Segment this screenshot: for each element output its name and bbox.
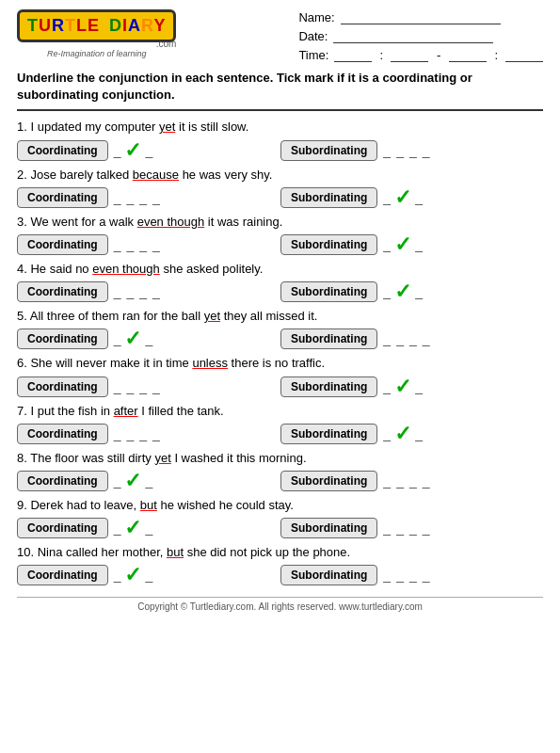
question-text-6: 6. She will never make it in time unless… [17, 355, 543, 372]
question-7: 7. I put the fish in after I filled the … [17, 403, 543, 444]
checkmark-coord-5: ✓ [124, 328, 141, 349]
dash: _ [145, 521, 152, 536]
subord-tick-area-1: ____ [381, 143, 456, 158]
answer-row-9: Coordinating_✓_Subordinating____ [17, 518, 543, 538]
answer-row-5: Coordinating_✓_Subordinating____ [17, 328, 543, 349]
question-2: 2. Jose barely talked because he was ver… [17, 167, 543, 208]
coordinating-btn-3[interactable]: Coordinating [17, 234, 108, 255]
question-5: 5. All three of them ran for the ball ye… [17, 308, 543, 349]
subord-side-1: Subordinating____ [280, 140, 456, 161]
instructions: Underline the conjunction in each senten… [17, 70, 543, 111]
dash: _ [145, 143, 152, 158]
questions-container: 1. I updated my computer yet it is still… [17, 119, 543, 585]
subordinating-btn-5[interactable]: Subordinating [280, 328, 377, 349]
dash: _ [114, 521, 121, 536]
coord-side-8: Coordinating_✓_ [17, 471, 271, 491]
date-label: Date: [298, 29, 328, 43]
dash: _ [145, 568, 152, 583]
coordinating-btn-7[interactable]: Coordinating [17, 424, 108, 444]
subordinating-btn-10[interactable]: Subordinating [280, 565, 377, 585]
coord-side-7: Coordinating____ [17, 424, 271, 444]
subord-tick-area-7: _✓_ [381, 424, 456, 444]
answer-row-4: Coordinating____Subordinating_✓_ [17, 281, 543, 302]
coordinating-btn-8[interactable]: Coordinating [17, 471, 108, 491]
coordinating-btn-1[interactable]: Coordinating [17, 140, 108, 161]
answer-row-1: Coordinating_✓_Subordinating____ [17, 140, 543, 161]
header: TURTLE DIARY .com Re-Imagination of lear… [17, 9, 543, 62]
question-text-2: 2. Jose barely talked because he was ver… [17, 167, 543, 184]
time-colon1: : [379, 48, 383, 62]
subord-side-10: Subordinating____ [280, 565, 456, 585]
checkmark-coord-1: ✓ [124, 140, 141, 161]
date-row: Date: [298, 28, 543, 43]
coordinating-btn-2[interactable]: Coordinating [17, 187, 108, 208]
time-hour [334, 47, 372, 62]
coordinating-btn-5[interactable]: Coordinating [17, 328, 108, 349]
checkmark-coord-9: ✓ [124, 518, 141, 538]
question-1: 1. I updated my computer yet it is still… [17, 119, 543, 160]
subordinating-btn-6[interactable]: Subordinating [280, 376, 377, 397]
coord-side-5: Coordinating_✓_ [17, 328, 271, 349]
coordinating-btn-4[interactable]: Coordinating [17, 281, 108, 302]
subord-tick-area-10: ____ [381, 568, 456, 583]
subordinating-btn-9[interactable]: Subordinating [280, 518, 377, 538]
coordinating-btn-6[interactable]: Coordinating [17, 376, 108, 397]
answer-row-3: Coordinating____Subordinating_✓_ [17, 234, 543, 255]
coord-tick-area-9: _✓_ [112, 518, 187, 538]
subord-tick-area-3: _✓_ [381, 234, 456, 255]
coordinating-btn-9[interactable]: Coordinating [17, 518, 108, 538]
question-text-1: 1. I updated my computer yet it is still… [17, 119, 543, 136]
page: TURTLE DIARY .com Re-Imagination of lear… [0, 0, 560, 631]
subordinating-btn-2[interactable]: Subordinating [280, 187, 377, 208]
logo: TURTLE DIARY [17, 9, 176, 42]
subord-side-9: Subordinating____ [280, 518, 456, 538]
coord-side-1: Coordinating_✓_ [17, 140, 271, 161]
subord-side-3: Subordinating_✓_ [280, 234, 456, 255]
time-ms [505, 47, 543, 62]
question-text-8: 8. The floor was still dirty yet I washe… [17, 450, 543, 467]
conjunction-8: yet [154, 451, 170, 465]
subord-tick-area-8: ____ [381, 473, 456, 489]
conjunction-7: after [114, 404, 138, 418]
subordinating-btn-8[interactable]: Subordinating [280, 471, 377, 491]
conjunction-4: even though [92, 262, 160, 276]
answer-row-2: Coordinating____Subordinating_✓_ [17, 187, 543, 208]
dash: _ [145, 331, 152, 346]
coord-tick-area-3: ____ [112, 237, 187, 252]
date-input-line [333, 28, 493, 43]
question-10: 10. Nina called her mother, but she did … [17, 544, 543, 585]
coord-side-10: Coordinating_✓_ [17, 565, 271, 585]
subordinating-btn-4[interactable]: Subordinating [280, 281, 377, 302]
coord-side-3: Coordinating____ [17, 234, 271, 255]
answer-row-7: Coordinating____Subordinating_✓_ [17, 424, 543, 444]
footer: Copyright © Turtlediary.com. All rights … [17, 597, 543, 612]
question-text-9: 9. Derek had to leave, but he wished he … [17, 497, 543, 514]
subord-tick-area-4: _✓_ [381, 281, 456, 302]
subordinating-btn-3[interactable]: Subordinating [280, 234, 377, 255]
subord-side-6: Subordinating_✓_ [280, 376, 456, 397]
coordinating-btn-10[interactable]: Coordinating [17, 565, 108, 585]
coord-tick-area-6: ____ [112, 379, 187, 394]
question-9: 9. Derek had to leave, but he wished he … [17, 497, 543, 538]
conjunction-9: but [140, 498, 157, 512]
coord-tick-area-8: _✓_ [112, 471, 187, 491]
dash: _ [114, 143, 121, 158]
question-text-10: 10. Nina called her mother, but she did … [17, 544, 543, 561]
checkmark-subord-4: ✓ [394, 281, 411, 302]
conjunction-3: even though [137, 215, 205, 229]
coord-side-2: Coordinating____ [17, 187, 271, 208]
checkmark-subord-3: ✓ [394, 234, 411, 255]
logo-subtitle: Re-Imagination of learning [47, 49, 147, 58]
checkmark-subord-2: ✓ [394, 187, 411, 208]
subordinating-btn-7[interactable]: Subordinating [280, 424, 377, 444]
conjunction-6: unless [192, 356, 228, 370]
question-4: 4. He said no even though she asked poli… [17, 261, 543, 302]
name-input-line [341, 9, 501, 24]
name-row: Name: [298, 9, 543, 24]
subordinating-btn-1[interactable]: Subordinating [280, 140, 377, 161]
subord-tick-area-9: ____ [381, 521, 456, 536]
answer-row-8: Coordinating_✓_Subordinating____ [17, 471, 543, 491]
checkmark-coord-10: ✓ [124, 565, 141, 585]
subord-tick-area-2: _✓_ [381, 187, 456, 208]
coord-tick-area-2: ____ [112, 190, 187, 205]
